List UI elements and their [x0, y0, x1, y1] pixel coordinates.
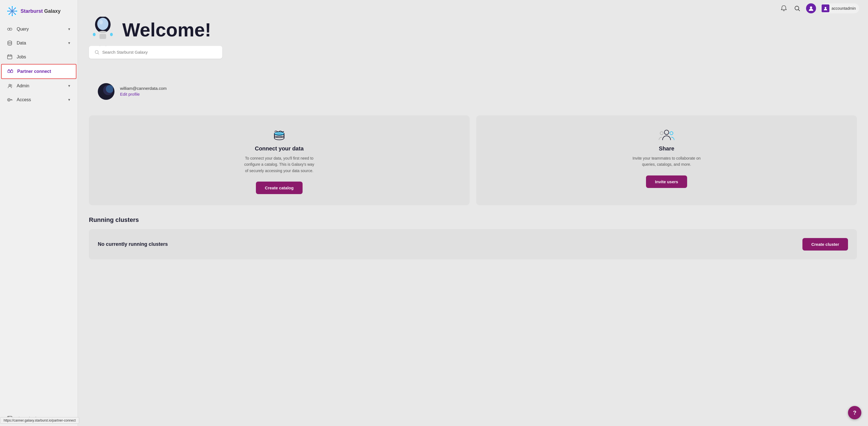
svg-rect-17 [7, 55, 12, 59]
invite-users-button[interactable]: Invite users [646, 175, 687, 188]
sidebar-item-jobs[interactable]: Jobs [0, 50, 78, 64]
svg-point-51 [93, 33, 96, 36]
search-bar-icon [94, 50, 99, 55]
notification-icon[interactable] [779, 4, 788, 13]
sidebar: Starburst Galaxy Query ▼ Data ▼ [0, 0, 78, 426]
create-catalog-button[interactable]: Create catalog [256, 181, 302, 194]
svg-point-39 [810, 6, 812, 9]
help-button[interactable]: ? [848, 406, 861, 419]
svg-point-70 [670, 132, 673, 135]
profile-email: william@cannerdata.com [120, 86, 167, 91]
svg-point-44 [99, 20, 103, 25]
svg-line-55 [98, 53, 99, 54]
svg-point-5 [12, 6, 13, 7]
svg-point-64 [274, 132, 284, 135]
svg-rect-22 [10, 70, 13, 73]
svg-point-29 [11, 85, 12, 86]
search-profile-row [89, 46, 857, 67]
svg-point-6 [12, 15, 13, 16]
topbar: accountadmin [78, 0, 868, 17]
svg-point-54 [95, 50, 98, 53]
access-icon [7, 97, 13, 103]
profile-card: william@cannerdata.com Edit profile [89, 77, 857, 107]
connect-card-title: Connect your data [255, 145, 304, 152]
welcome-area: Welcome! [89, 17, 857, 40]
user-label: accountadmin [832, 6, 856, 10]
svg-point-53 [99, 31, 107, 33]
profile-info: william@cannerdata.com Edit profile [120, 86, 167, 97]
svg-point-43 [97, 18, 108, 30]
svg-point-13 [7, 28, 10, 30]
svg-point-10 [15, 13, 16, 15]
connect-data-icon [270, 126, 288, 145]
svg-point-12 [9, 13, 10, 15]
feature-cards: Connect your data To connect your data, … [89, 115, 857, 205]
svg-point-8 [16, 10, 17, 12]
svg-point-31 [8, 99, 9, 101]
svg-point-7 [7, 10, 8, 12]
share-card-desc: Invite your teammates to collaborate on … [630, 155, 703, 168]
user-avatar[interactable] [806, 3, 816, 13]
profile-avatar [98, 83, 115, 100]
sidebar-item-jobs-label: Jobs [17, 55, 26, 59]
svg-point-11 [15, 7, 16, 9]
query-icon [7, 26, 13, 32]
svg-point-28 [9, 84, 10, 86]
sidebar-item-partner-connect[interactable]: Partner connect [1, 64, 76, 79]
admin-chevron: ▼ [67, 84, 71, 88]
connect-data-card: Connect your data To connect your data, … [89, 115, 470, 205]
data-icon [7, 40, 13, 46]
search-input[interactable] [102, 50, 217, 55]
sidebar-item-partner-connect-label: Partner connect [17, 69, 51, 74]
edit-profile-link[interactable]: Edit profile [120, 92, 140, 96]
user-badge-icon [822, 4, 829, 12]
share-card-title: Share [659, 145, 674, 152]
query-chevron: ▼ [67, 27, 71, 31]
svg-rect-50 [104, 42, 108, 46]
svg-point-14 [10, 28, 12, 30]
svg-rect-49 [98, 42, 102, 46]
data-chevron: ▼ [67, 41, 71, 45]
clusters-card: No currently running clusters Create clu… [89, 229, 857, 259]
svg-point-30 [7, 98, 10, 101]
no-clusters-message: No currently running clusters [98, 242, 168, 247]
logo-text: Starburst Galaxy [21, 8, 61, 14]
logo[interactable]: Starburst Galaxy [0, 0, 78, 22]
svg-point-16 [8, 41, 12, 42]
svg-point-9 [9, 7, 10, 9]
welcome-heading: Welcome! [122, 20, 857, 40]
clusters-title: Running clusters [89, 216, 857, 224]
search-icon[interactable] [793, 4, 802, 13]
sidebar-item-data-label: Data [17, 40, 26, 46]
jobs-icon [7, 54, 13, 60]
clusters-section: Running clusters No currently running cl… [89, 216, 857, 259]
sidebar-item-data[interactable]: Data ▼ [0, 36, 78, 50]
sidebar-item-admin-label: Admin [17, 83, 29, 88]
svg-point-41 [825, 7, 826, 9]
svg-rect-21 [8, 70, 10, 73]
svg-point-65 [274, 136, 284, 140]
starburst-logo-icon [7, 5, 18, 17]
sidebar-item-query[interactable]: Query ▼ [0, 22, 78, 36]
admin-icon [7, 83, 13, 89]
share-card: Share Invite your teammates to collabora… [476, 115, 857, 205]
create-cluster-button[interactable]: Create cluster [802, 238, 848, 251]
sidebar-item-access[interactable]: Access ▼ [0, 93, 78, 107]
sidebar-item-query-label: Query [17, 27, 29, 32]
astronaut-image [89, 17, 117, 50]
svg-point-69 [660, 132, 663, 135]
access-chevron: ▼ [67, 98, 71, 102]
connect-card-desc: To connect your data, you'll first need … [243, 155, 315, 174]
sidebar-item-access-label: Access [17, 97, 31, 102]
welcome-heading-wrap: Welcome! [89, 20, 857, 40]
partner-connect-icon [7, 68, 13, 75]
content-area: Welcome! [78, 17, 868, 426]
svg-rect-48 [99, 34, 106, 39]
user-badge[interactable]: accountadmin [820, 3, 859, 13]
share-icon [658, 126, 676, 145]
url-bar: https://canner.galaxy.starburst.io/partn… [0, 417, 79, 424]
svg-point-68 [664, 130, 669, 135]
svg-point-52 [110, 33, 113, 36]
main-content: accountadmin [78, 0, 868, 426]
sidebar-item-admin[interactable]: Admin ▼ [0, 79, 78, 93]
